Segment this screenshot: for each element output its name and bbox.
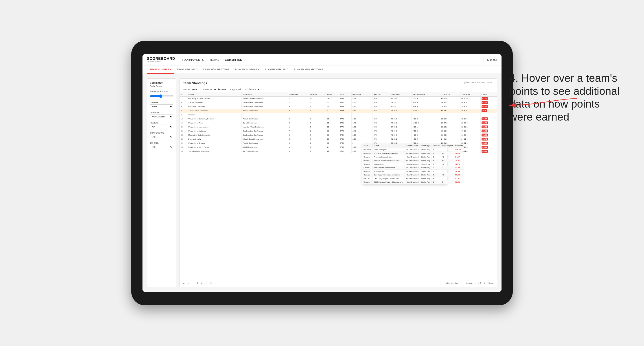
view-original-btn[interactable]: View: Original — [446, 282, 458, 284]
table-row[interactable]: 20 University of New Mexico Mountain Wes… — [180, 125, 497, 129]
cell-points[interactable]: 83.89 — [480, 145, 496, 149]
undo-btn[interactable]: ↩ — [183, 282, 185, 284]
comment-btn[interactable]: 💬 — [478, 282, 481, 284]
popup-cell-rounds: 3 — [432, 180, 441, 184]
table-row[interactable]: 22 Mississippi State University Southeas… — [180, 133, 497, 137]
cell-vs25: 58-24-1 — [440, 109, 460, 113]
clock-btn[interactable]: 🕐 — [210, 282, 212, 284]
cell-points[interactable]: 88.94 — [480, 149, 496, 153]
table-row[interactable]: 23 Duke University Atlantic Coast Confer… — [180, 137, 497, 141]
table-row[interactable]: 5 Texas T... — [180, 113, 497, 117]
table-row[interactable]: 3 Vanderbilt University Southeastern Con… — [180, 105, 497, 109]
cell-adj: 2.50 — [352, 109, 372, 113]
sign-out-button[interactable]: Sign out — [484, 58, 497, 61]
popup-table-row: University Cabo Collegiate NCAA Division… — [362, 148, 464, 152]
sidebar-title: Committee — [150, 81, 173, 84]
watch-btn[interactable]: 👁 Watch ▾ — [466, 282, 476, 284]
popup-cell-team: Univers — [362, 170, 373, 173]
table-row[interactable]: 2 Auburn University Southeastern Confere… — [180, 101, 497, 105]
filter-region: Region N/A All — [150, 122, 173, 129]
points-badge[interactable]: 83.81 — [482, 134, 488, 137]
cell-wins: 275.5 — [339, 109, 352, 113]
points-badge[interactable]: 88.49 — [482, 126, 488, 128]
col-school: School — [187, 92, 242, 97]
cell-points[interactable]: 88.49 — [480, 125, 496, 129]
popup-cell-team: East Ter — [362, 177, 373, 180]
points-badge[interactable]: 83.89 — [482, 146, 488, 149]
copy-btn[interactable]: ⧉ — [197, 282, 198, 284]
points-badge[interactable]: 88.94 — [482, 150, 488, 153]
cell-bnds: 22 — [326, 125, 338, 129]
min-rounds-slider[interactable] — [150, 94, 173, 98]
nav-committee[interactable]: COMMITTEE — [225, 57, 242, 62]
popup-col-event-div: Event Division — [404, 144, 420, 148]
cell-points[interactable] — [480, 113, 496, 117]
cell-no-tour: 8 — [309, 125, 326, 129]
cell-rank: 21 — [180, 129, 187, 133]
cell-points[interactable]: 83.81 — [480, 133, 496, 137]
redo-btn[interactable]: ↪ — [188, 282, 190, 284]
cell-vs25: 25-19-0 — [440, 117, 460, 121]
points-badge[interactable]: 88.54 — [482, 142, 488, 145]
share-btn[interactable]: Share — [488, 282, 494, 284]
popup-cell-div: NCAA Division I — [404, 166, 420, 170]
cell-points[interactable]: 93.31 — [480, 101, 496, 105]
table-row[interactable]: 4 Arizona State University Pac-12 Confer… — [180, 109, 497, 113]
cell-points[interactable]: 97.02 — [480, 97, 496, 101]
cell-low: 87-25-1 — [390, 109, 412, 113]
col-vs25: Vs Top 25 — [440, 92, 460, 97]
popup-cell-rounds: 3 — [432, 177, 441, 180]
cell-conf-rank: 4 — [288, 117, 309, 121]
points-badge[interactable]: 90.22 — [482, 105, 488, 108]
cell-conf-rank: 3 — [288, 121, 309, 125]
nav-tournaments[interactable]: TOURNAMENTS — [182, 57, 204, 62]
cell-school: University of California, Berkeley — [187, 117, 242, 121]
cell-points[interactable]: 88.43 — [480, 129, 496, 133]
school-select[interactable]: (All) — [150, 145, 173, 149]
cell-avg: 265 — [373, 109, 390, 113]
tab-player-summary[interactable]: PLAYER SUMMARY — [232, 66, 262, 74]
points-badge[interactable]: 88.43 — [482, 130, 488, 133]
nav-teams[interactable]: TEAMS — [210, 57, 220, 62]
cell-vs50: 29-27-2 — [460, 121, 481, 125]
cell-overall: 29-5-0 — [412, 105, 440, 109]
table-row[interactable]: 19 University of Texas Big 12 Conference… — [180, 121, 497, 125]
cell-adj: 1.38 — [352, 137, 372, 141]
table-row[interactable]: 18 University of California, Berkeley Pa… — [180, 117, 497, 121]
tab-team-h2h-heatmap[interactable]: TEAM H2H HEATMAP — [200, 66, 232, 74]
tab-team-summary[interactable]: TEAM SUMMARY — [147, 66, 174, 74]
cell-no-tour: 7 — [309, 149, 326, 153]
popup-cell-type: Stroke Play — [420, 173, 432, 177]
table-row[interactable]: 1 University of North Carolina Atlantic … — [180, 97, 497, 101]
filter-min-rounds-label: Minimum Rounds — [150, 90, 173, 93]
division-select[interactable]: NCAA Division I NCAA Division II — [150, 115, 173, 119]
gender-select[interactable]: Men's Women's — [150, 104, 173, 109]
cell-points[interactable]: 88.07 — [480, 117, 496, 121]
tab-player-h2h-grid[interactable]: PLAYER H2H GRID — [262, 66, 291, 74]
points-badge[interactable]: 78.5 — [482, 109, 487, 112]
table-row[interactable]: 21 University of Alabama Southeastern Co… — [180, 129, 497, 133]
points-badge[interactable]: 93.31 — [482, 101, 488, 104]
points-badge[interactable]: 97.02 — [482, 97, 488, 100]
grid-btn[interactable]: ⊞ — [484, 282, 485, 284]
points-badge[interactable]: 88.07 — [482, 117, 488, 120]
cell-points[interactable]: 78.5 — [480, 109, 496, 113]
cell-bnds: 7 — [326, 109, 338, 113]
tab-team-h2h-grid[interactable]: TEAM H2H GRID — [174, 66, 200, 74]
popup-cell-event: National Invitational Tournament — [373, 159, 405, 163]
cell-points[interactable]: 88.71 — [480, 137, 496, 141]
cell-points[interactable]: 88.79 — [480, 121, 496, 125]
region-select[interactable]: N/A All — [150, 125, 173, 129]
cell-points[interactable]: 90.22 — [480, 105, 496, 109]
paste-btn[interactable]: ⊞ — [201, 282, 202, 284]
points-badge[interactable]: 88.71 — [482, 138, 488, 141]
cell-bnds: 24 — [326, 145, 338, 149]
popup-cell-type: Match Play — [420, 166, 432, 170]
conference-select[interactable]: (All) ACC — [150, 135, 173, 139]
popup-table-row: University Southern Highlands Collegiate… — [362, 152, 464, 155]
cell-points[interactable]: 88.54 — [480, 141, 496, 145]
cell-overall: 13-23-2 — [412, 121, 440, 125]
filter-conference: Conference (All) ACC — [150, 132, 173, 139]
points-badge[interactable]: 88.79 — [482, 122, 488, 124]
tab-player-h2h-heatmap[interactable]: PLAYER H2H HEATMAP — [291, 66, 326, 74]
